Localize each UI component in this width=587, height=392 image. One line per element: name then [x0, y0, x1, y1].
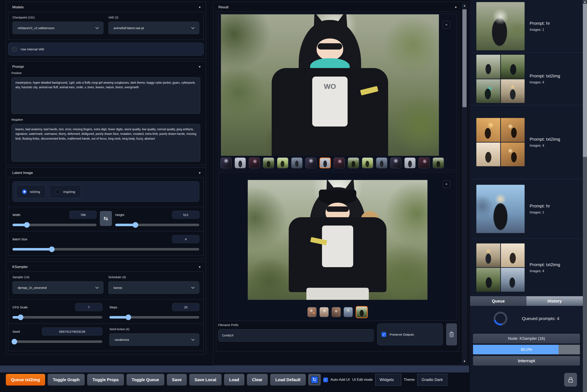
history-thumbnail[interactable] [476, 55, 525, 103]
collapse-icon[interactable]: ▼ [454, 6, 457, 9]
txt2img-radio[interactable]: txt2img [16, 185, 46, 198]
ui-edit-mode-select[interactable]: Widgets [375, 374, 401, 386]
steps-slider[interactable] [109, 316, 199, 318]
height-label: Height [115, 213, 124, 216]
gallery-thumbnail[interactable] [332, 307, 341, 317]
figure-sunglasses [326, 206, 349, 212]
scroll-up-icon[interactable]: ▲ [462, 4, 467, 7]
toggle-graph-button[interactable]: Toggle Graph [48, 374, 85, 386]
tab-queue[interactable]: Queue [470, 296, 527, 306]
seed-action-dropdown[interactable]: randomize [109, 333, 199, 346]
checkpoint-dropdown[interactable]: refslaveV2_v2.safetensors [12, 22, 103, 34]
seed-slider[interactable] [12, 340, 102, 343]
current-node-bar[interactable]: Node: KSampler (16) [473, 334, 580, 343]
chevron-down-icon [191, 26, 195, 29]
filename-prefix-input[interactable]: ComfyUI [218, 329, 374, 342]
cfg-scale-slider[interactable] [12, 316, 102, 318]
use-internal-vae-checkbox[interactable] [12, 47, 17, 52]
gallery-thumbnail[interactable] [356, 306, 368, 318]
parameters-panel: Models ▼ Checkpoint (101) refslaveV2_v2.… [6, 2, 206, 365]
steps-input[interactable]: 20 [172, 303, 199, 311]
positive-prompt-textarea[interactable]: masterpiece, hyper detailed background, … [11, 77, 200, 114]
gallery-thumbnail[interactable] [348, 158, 359, 168]
collapse-icon[interactable]: ▼ [198, 65, 201, 68]
history-thumbnail[interactable] [476, 185, 525, 233]
history-item[interactable]: Prompt: txt2img Images: 4 [470, 53, 583, 105]
queue-txt2img-button[interactable]: Queue txt2img [6, 374, 45, 386]
collapse-icon[interactable]: ▼ [198, 6, 201, 9]
scrollbar-thumb[interactable] [462, 9, 467, 107]
clear-button[interactable]: Clear [247, 374, 268, 386]
gallery-thumbnail[interactable] [334, 158, 345, 168]
load-button[interactable]: Load [224, 374, 244, 386]
scroll-down-icon[interactable]: ▼ [462, 360, 467, 363]
preserve-outputs-checkbox[interactable]: ✓ [382, 332, 386, 337]
gallery-strip-1 [220, 158, 444, 168]
img2img-radio[interactable]: img2img [49, 185, 81, 198]
collapse-icon[interactable]: ▼ [198, 265, 201, 268]
toggle-queue-button[interactable]: Toggle Queue [126, 374, 164, 386]
close-image-button[interactable]: × [443, 180, 450, 188]
close-image-button[interactable]: × [443, 21, 450, 28]
result-scrollbar[interactable]: ▲ ▼ [462, 3, 467, 364]
gallery-thumbnail[interactable] [404, 158, 416, 168]
save-button[interactable]: Save [167, 374, 187, 386]
gallery-thumbnail[interactable] [376, 158, 387, 168]
batch-size-input[interactable]: 4 [172, 235, 199, 243]
preserve-outputs-label: Preserve Outputs [390, 333, 414, 336]
gallery-thumbnail[interactable] [277, 158, 288, 168]
delete-outputs-button[interactable] [446, 323, 457, 346]
collapse-icon[interactable]: ▼ [198, 171, 201, 174]
gallery-thumbnail[interactable] [320, 307, 329, 317]
gallery-thumbnail[interactable] [362, 158, 373, 168]
load-default-button[interactable]: Load Default [270, 374, 306, 386]
swap-dimensions-button[interactable]: ⇆ [100, 211, 112, 226]
height-input[interactable]: 512 [172, 211, 199, 219]
gallery-thumbnail[interactable] [291, 158, 302, 168]
scrollbar-thumb[interactable] [583, 4, 587, 157]
refresh-button[interactable]: ↻ [308, 374, 321, 386]
interrupt-button[interactable]: Interrupt [473, 356, 580, 366]
figure-shirt [322, 226, 353, 267]
swap-icon: ⇆ [104, 215, 108, 222]
page-scrollbar[interactable]: ▲ [583, 0, 587, 392]
gallery-thumbnail[interactable] [220, 158, 232, 168]
batch-size-slider[interactable] [12, 248, 199, 250]
gallery-thumbnail[interactable] [390, 158, 402, 168]
scroll-up-icon[interactable]: ▲ [583, 0, 587, 4]
theme-select[interactable]: Gradio Dark [417, 374, 447, 386]
history-thumbnail[interactable] [476, 244, 525, 292]
cfg-scale-input[interactable]: 7 [75, 303, 102, 311]
gallery-thumbnail[interactable] [305, 158, 317, 168]
auto-add-ui-checkbox[interactable]: ✓ [323, 378, 328, 382]
toggle-props-button[interactable]: Toggle Props [87, 374, 124, 386]
gallery-thumbnail[interactable] [419, 158, 430, 168]
history-item[interactable]: Prompt: hr Images: 1 [470, 0, 583, 53]
gallery-thumbnail[interactable] [344, 307, 353, 317]
gallery-thumbnail[interactable] [307, 307, 317, 317]
app-root: Models ▼ Checkpoint (101) refslaveV2_v2.… [0, 0, 587, 392]
tab-history[interactable]: History [527, 296, 583, 306]
history-thumbnail[interactable] [476, 2, 525, 50]
sampler-dropdown[interactable]: dpmpp_2s_ancestral [12, 281, 103, 294]
gallery-thumbnail[interactable] [263, 158, 274, 168]
seed-input[interactable]: 693741274019139 [42, 328, 102, 336]
lock-icon [569, 379, 573, 382]
history-item[interactable]: Prompt: txt2img Images: 4 [470, 239, 583, 296]
gallery-thumbnail[interactable] [320, 158, 331, 168]
width-slider[interactable] [12, 224, 96, 226]
history-thumbnail[interactable] [476, 118, 525, 166]
gallery-thumbnail[interactable] [249, 158, 260, 168]
gallery-thumbnail[interactable] [235, 158, 246, 168]
history-item[interactable]: Prompt: txt2img Images: 4 [470, 105, 583, 179]
lock-button[interactable] [564, 373, 577, 386]
height-slider[interactable] [115, 224, 199, 226]
history-item[interactable]: Prompt: hr Images: 1 [470, 179, 583, 239]
gallery-thumbnail[interactable] [433, 158, 444, 168]
save-local-button[interactable]: Save Local [189, 374, 221, 386]
chevron-down-icon [191, 285, 195, 288]
vae-dropdown[interactable]: animefull-latest.vae.pt [108, 22, 199, 34]
negative-prompt-textarea[interactable]: lowres, bad anatomy, bad hands, text, er… [11, 124, 200, 162]
scheduler-dropdown[interactable]: karras [108, 281, 199, 294]
width-input[interactable]: 768 [69, 211, 96, 219]
